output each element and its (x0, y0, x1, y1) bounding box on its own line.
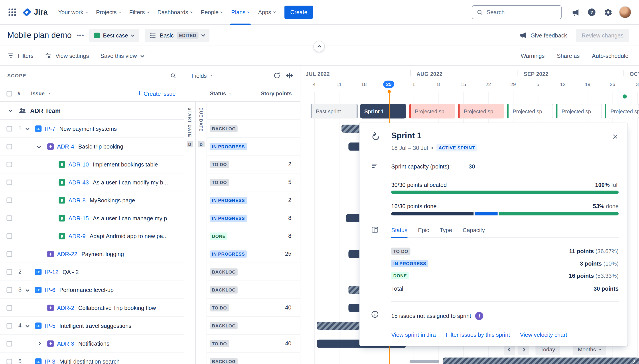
scope-row-adr-8[interactable]: ADR-8MyBookings page (0, 191, 184, 209)
view-selector[interactable]: Basic EDITED (145, 28, 209, 42)
status-badge[interactable]: BACKLOG (210, 322, 238, 330)
changeboarding-info-icon[interactable]: i (475, 312, 483, 320)
save-view-button[interactable]: Save this view (100, 52, 137, 59)
scope-row-adr-4[interactable]: ADR-4Basic trip booking (0, 138, 184, 156)
scope-row-adr-15[interactable]: ADR-15As a user I can manage my p... (0, 209, 184, 227)
nav-item-filters[interactable]: Filters (125, 0, 153, 24)
scope-row-ip-7[interactable]: 1LEIP-7New payment systems (0, 120, 184, 138)
status-badge[interactable]: TO DO (210, 161, 229, 168)
status-badge[interactable]: BACKLOG (210, 268, 238, 276)
app-switcher-button[interactable] (6, 6, 19, 19)
scenario-selector[interactable]: Best case (89, 28, 139, 42)
search-input[interactable] (487, 9, 557, 15)
row-checkbox[interactable] (7, 126, 12, 132)
jira-logo[interactable]: Jira (22, 7, 48, 17)
row-checkbox[interactable] (7, 341, 12, 346)
warnings-button[interactable]: Warnings (521, 52, 545, 59)
row-checkbox[interactable] (7, 359, 12, 364)
scope-row-ip-6[interactable]: 3LEIP-6Performance level-up (0, 281, 184, 299)
sprint-bar-sprint-1-1[interactable]: Sprint 1 (360, 104, 406, 118)
status-badge[interactable]: IN PROGRESS (210, 214, 247, 222)
popup-tab-epic[interactable]: Epic (418, 226, 429, 237)
issue-key-link[interactable]: ADR-10 (69, 161, 89, 168)
popup-tab-status[interactable]: Status (391, 226, 407, 237)
collapse-fields-icon[interactable] (286, 72, 293, 79)
issue-key-link[interactable]: ADR-9 (69, 233, 86, 240)
collapse-header-button[interactable] (314, 41, 325, 52)
scope-row-adr-22[interactable]: ADR-22Payment logging (0, 245, 184, 263)
scope-row-adr-9[interactable]: ADR-9Adapt Android app to new pa... (0, 227, 184, 245)
collapse-row-icon[interactable] (26, 126, 30, 130)
create-button[interactable]: Create (285, 6, 313, 19)
user-avatar[interactable] (619, 6, 631, 18)
row-checkbox[interactable] (7, 180, 12, 185)
status-column-header[interactable]: Status ↑ (210, 90, 231, 97)
timeline-bar-ip-3[interactable] (443, 358, 639, 364)
sprint-bar-projected-sp-3[interactable]: Projected sp... (458, 104, 504, 118)
select-all-checkbox[interactable] (7, 91, 12, 96)
scope-row-adr-3[interactable]: ADR-3Notifications (0, 335, 184, 353)
scope-row-adr-2[interactable]: ADR-2Collaborative Trip booking flow (0, 299, 184, 317)
issue-key-link[interactable]: IP-6 (45, 287, 55, 293)
horizontal-scrollbar[interactable] (410, 360, 439, 363)
row-checkbox[interactable] (7, 216, 12, 221)
filters-button[interactable]: Filters (7, 52, 34, 59)
issue-column-header[interactable]: Issue (31, 90, 50, 97)
nav-item-projects[interactable]: Projects (92, 0, 125, 24)
issue-key-link[interactable]: ADR-2 (57, 304, 74, 311)
collapsed-column-start-date[interactable]: START DATED (184, 102, 195, 364)
settings-gear-icon[interactable] (601, 5, 615, 20)
issue-key-link[interactable]: ADR-4 (57, 144, 74, 150)
refresh-icon[interactable] (273, 72, 281, 79)
row-checkbox[interactable] (7, 144, 12, 150)
view-settings-button[interactable]: View settings (45, 52, 89, 59)
status-badge[interactable]: TO DO (210, 304, 229, 312)
status-badge[interactable]: IN PROGRESS (210, 250, 247, 258)
sprint-bar-projected-sp-2[interactable]: Projected sp... (409, 104, 455, 118)
collapse-row-icon[interactable] (26, 324, 30, 328)
nav-item-dashboards[interactable]: Dashboards (153, 0, 197, 24)
popup-tab-capacity[interactable]: Capacity (463, 226, 485, 237)
scope-search-icon[interactable] (170, 72, 176, 79)
sprint-bar-projected-sp-5[interactable]: Projected sp... (556, 104, 602, 118)
release-marker[interactable] (623, 94, 627, 98)
issue-key-link[interactable]: IP-7 (45, 126, 55, 132)
status-badge[interactable]: TO DO (210, 179, 229, 186)
expand-row-icon[interactable] (37, 342, 41, 346)
collapse-row-icon[interactable] (26, 288, 30, 292)
popup-tab-type[interactable]: Type (440, 226, 452, 237)
row-checkbox[interactable] (7, 162, 12, 167)
status-badge[interactable]: DONE (210, 232, 228, 240)
status-badge[interactable]: BACKLOG (210, 286, 238, 294)
popup-link-view-sprint-in-jira[interactable]: View sprint in Jira (391, 332, 436, 338)
fields-selector[interactable]: Fields (191, 72, 212, 79)
row-checkbox[interactable] (7, 323, 12, 329)
row-checkbox[interactable] (7, 305, 12, 311)
row-checkbox[interactable] (7, 269, 12, 275)
sprint-bar-projected-sp-6[interactable]: Projected sp... (605, 104, 639, 118)
issue-key-link[interactable]: ADR-3 (57, 340, 74, 347)
status-badge[interactable]: IN PROGRESS (210, 143, 247, 150)
share-as-button[interactable]: Share as (557, 52, 580, 59)
status-badge[interactable]: BACKLOG (210, 125, 238, 132)
row-checkbox[interactable] (7, 287, 12, 293)
row-checkbox[interactable] (7, 233, 12, 239)
nav-item-plans[interactable]: Plans (227, 0, 254, 24)
issue-key-link[interactable]: IP-12 (45, 269, 58, 275)
status-badge[interactable]: BACKLOG (210, 358, 238, 364)
collapse-row-icon[interactable] (37, 144, 41, 148)
issue-key-link[interactable]: ADR-8 (69, 197, 86, 204)
auto-schedule-button[interactable]: Auto-schedule (592, 52, 628, 59)
scope-row-ip-3[interactable]: 5LEIP-3Multi-destination search (0, 353, 184, 364)
search-box[interactable] (472, 5, 562, 19)
review-changes-button[interactable]: Review changes (576, 28, 629, 42)
issue-key-link[interactable]: IP-5 (45, 322, 55, 329)
issue-key-link[interactable]: ADR-43 (69, 179, 89, 186)
popup-link-filter-issues-by-this-sprint[interactable]: Filter issues by this sprint (446, 332, 510, 338)
issue-key-link[interactable]: ADR-15 (69, 215, 89, 222)
issue-key-link[interactable]: IP-3 (45, 358, 55, 364)
sprint-bar-past-sprint-0[interactable]: Past sprint (311, 104, 358, 118)
popup-link-view-velocity-chart[interactable]: View velocity chart (520, 332, 567, 338)
status-badge[interactable]: TO DO (210, 340, 229, 347)
row-checkbox[interactable] (7, 251, 12, 257)
